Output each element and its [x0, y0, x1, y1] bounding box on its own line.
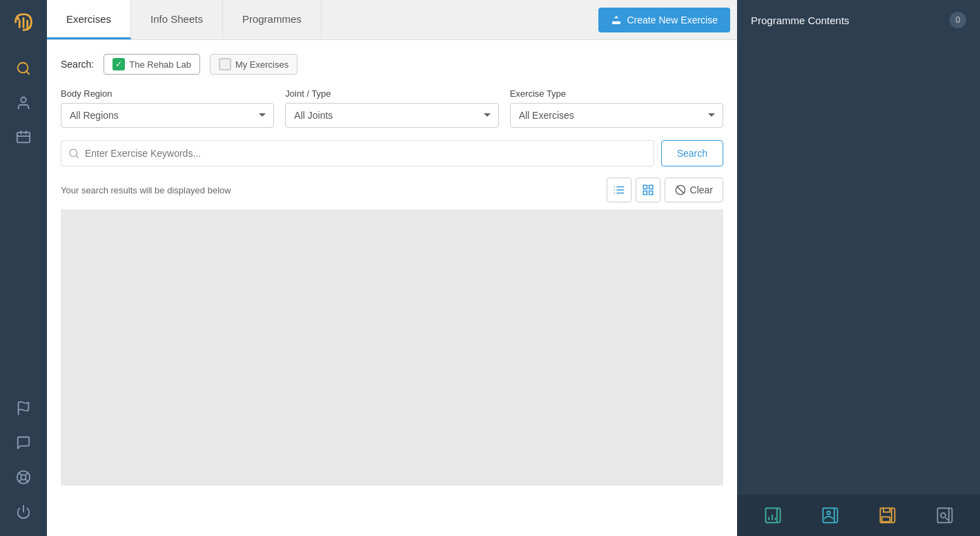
filter-rehab-lab[interactable]: ✓ The Rehab Lab	[104, 54, 200, 75]
search-icon	[68, 148, 79, 159]
list-view-button[interactable]	[607, 178, 631, 202]
rehab-lab-check-icon: ✓	[112, 58, 125, 70]
tab-exercises-label: Exercises	[66, 13, 111, 25]
body-region-group: Body Region All Regions	[61, 88, 274, 128]
programme-count-badge: 0	[950, 12, 966, 28]
sidebar-item-flag[interactable]	[10, 395, 37, 421]
svg-line-30	[677, 186, 683, 193]
grid-view-icon	[642, 184, 654, 196]
svg-rect-27	[643, 191, 647, 195]
svg-line-13	[26, 473, 28, 476]
svg-point-0	[17, 17, 20, 20]
tab-exercises[interactable]: Exercises	[47, 0, 131, 39]
svg-rect-25	[643, 185, 647, 189]
body-region-select[interactable]: All Regions	[61, 103, 274, 128]
app-logo[interactable]	[8, 7, 39, 37]
programme-panel-footer	[737, 495, 980, 536]
footer-icon-2[interactable]	[816, 501, 844, 529]
exercise-type-group: Exercise Type All Exercises	[510, 88, 723, 128]
svg-point-3	[21, 97, 26, 102]
my-exercises-label: My Exercises	[235, 59, 288, 70]
results-text: Your search results will be displayed be…	[61, 185, 231, 195]
svg-rect-35	[823, 508, 834, 523]
dropdowns-row: Body Region All Regions Joint / Type All…	[61, 88, 723, 128]
sidebar-item-help[interactable]	[10, 464, 37, 490]
sidebar-item-power[interactable]	[10, 499, 37, 525]
sidebar-item-chat[interactable]	[10, 430, 37, 456]
main-wrapper: Exercises Info Sheets Programmes Create …	[47, 0, 737, 536]
document-user-icon	[821, 506, 840, 525]
filter-my-exercises[interactable]: My Exercises	[210, 54, 297, 75]
view-controls: Clear	[607, 178, 723, 202]
tab-info-sheets-label: Info Sheets	[150, 13, 203, 25]
results-area	[61, 209, 723, 486]
svg-rect-31	[765, 508, 776, 523]
svg-rect-28	[649, 191, 652, 195]
content-area: Search: ✓ The Rehab Lab My Exercises Bod…	[47, 40, 737, 536]
clear-button[interactable]: Clear	[665, 178, 723, 202]
svg-line-14	[19, 479, 22, 482]
svg-line-11	[19, 473, 22, 476]
footer-icon-1[interactable]	[759, 501, 787, 529]
sidebar-bottom	[10, 391, 37, 529]
sidebar-item-contacts[interactable]	[10, 124, 37, 151]
clear-icon	[675, 184, 686, 195]
footer-icon-3[interactable]	[874, 501, 901, 529]
tab-programmes[interactable]: Programmes	[223, 0, 322, 39]
programme-count: 0	[956, 15, 961, 25]
clear-label: Clear	[690, 184, 713, 195]
svg-point-40	[941, 513, 945, 518]
joint-type-label: Joint / Type	[285, 88, 498, 99]
document-chart-icon	[763, 506, 783, 525]
rehab-lab-label: The Rehab Lab	[129, 59, 191, 70]
body-region-label: Body Region	[61, 88, 274, 99]
exercise-type-select[interactable]: All Exercises	[510, 103, 723, 128]
document-save-icon	[878, 506, 897, 525]
svg-rect-39	[937, 508, 948, 523]
tabs: Exercises Info Sheets Programmes	[47, 0, 322, 39]
create-exercise-button[interactable]: Create New Exercise	[598, 8, 731, 32]
programme-panel-header: Programme Contents 0	[737, 0, 980, 40]
search-button[interactable]: Search	[661, 140, 723, 166]
svg-line-41	[945, 518, 948, 521]
list-view-icon	[613, 184, 625, 196]
top-bar: Exercises Info Sheets Programmes Create …	[47, 0, 737, 40]
grid-view-button[interactable]	[636, 178, 660, 202]
footer-icon-4[interactable]	[931, 501, 959, 529]
my-exercises-check-icon	[219, 58, 231, 70]
keyword-input[interactable]	[79, 141, 647, 166]
sidebar	[0, 0, 47, 536]
upload-icon	[611, 15, 622, 26]
joint-type-select[interactable]: All Joints	[285, 103, 498, 128]
svg-rect-4	[17, 133, 30, 143]
tab-info-sheets[interactable]: Info Sheets	[131, 0, 223, 39]
svg-line-18	[76, 155, 78, 157]
keyword-row: Search	[61, 140, 723, 166]
programme-panel-title: Programme Contents	[751, 15, 850, 26]
svg-line-12	[26, 479, 28, 482]
joint-type-group: Joint / Type All Joints	[285, 88, 498, 128]
results-row: Your search results will be displayed be…	[61, 178, 723, 202]
svg-rect-38	[881, 517, 890, 521]
create-exercise-label: Create New Exercise	[627, 15, 718, 26]
search-label: Search:	[61, 59, 94, 70]
document-search-icon	[935, 506, 954, 525]
svg-point-36	[827, 511, 830, 515]
right-panel: Programme Contents 0	[737, 0, 980, 536]
search-filter-row: Search: ✓ The Rehab Lab My Exercises	[61, 54, 723, 75]
svg-rect-26	[649, 185, 652, 189]
tab-programmes-label: Programmes	[242, 13, 302, 25]
exercise-type-label: Exercise Type	[510, 88, 723, 99]
sidebar-item-search[interactable]	[10, 55, 37, 82]
sidebar-item-user[interactable]	[10, 90, 37, 116]
programme-panel-body	[737, 40, 980, 495]
keyword-input-wrapper	[61, 140, 654, 166]
svg-line-2	[26, 71, 29, 74]
